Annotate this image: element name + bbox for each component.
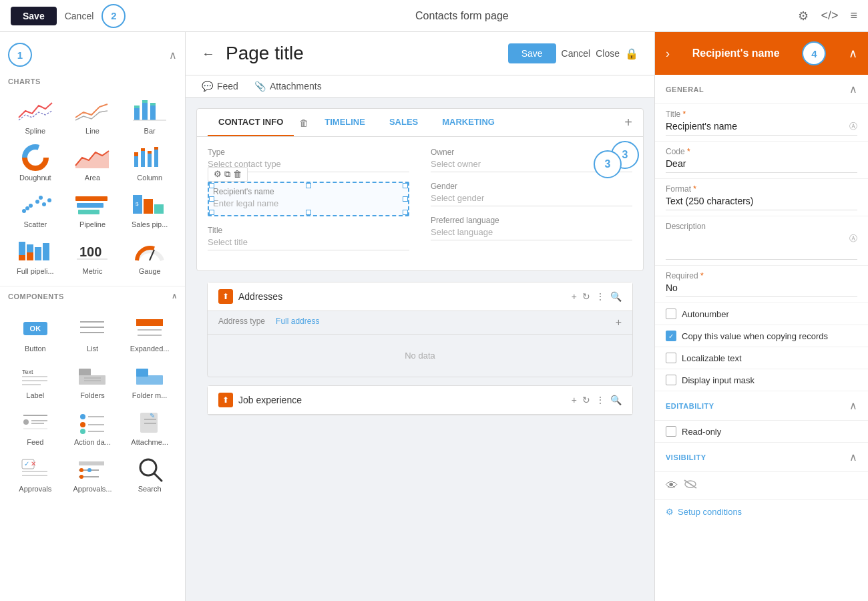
chart-area[interactable]: Area: [65, 140, 120, 184]
settings-icon[interactable]: ⚙: [798, 9, 809, 23]
component-expanded[interactable]: Expanded...: [122, 311, 177, 355]
title-value[interactable]: Select title: [208, 237, 409, 250]
chart-salespip[interactable]: $ Sales pip...: [122, 187, 177, 231]
field-delete-icon[interactable]: 🗑: [233, 169, 242, 180]
localizable-label: Localizable text: [682, 353, 742, 363]
chart-column[interactable]: Column: [122, 140, 177, 184]
addresses-add-icon[interactable]: +: [572, 291, 577, 302]
display-mask-checkbox[interactable]: [666, 375, 676, 385]
setup-conditions-button[interactable]: ⚙ Setup conditions: [655, 499, 868, 524]
lock-icon[interactable]: 🔒: [625, 47, 638, 60]
rp-code-value[interactable]: Dear: [666, 158, 857, 173]
chart-spline[interactable]: Spline: [8, 93, 63, 138]
component-folderm[interactable]: ✕ Folder m...: [122, 358, 177, 402]
tab-sales[interactable]: SALES: [379, 109, 429, 136]
page-cancel-button[interactable]: Cancel: [562, 48, 591, 59]
page-save-button[interactable]: Save: [508, 43, 556, 63]
localizable-checkbox[interactable]: [666, 353, 676, 363]
page-close-button[interactable]: Close: [596, 48, 620, 59]
type-label: Type: [208, 148, 409, 157]
addresses-search-icon[interactable]: 🔍: [610, 291, 622, 302]
addresses-more-icon[interactable]: ⋮: [596, 291, 605, 302]
address-add-row[interactable]: +: [616, 317, 622, 329]
translate-icon-desc[interactable]: Ⓐ: [849, 233, 857, 244]
component-list[interactable]: List: [65, 311, 120, 355]
tab-marketing[interactable]: MARKETING: [431, 109, 505, 136]
cancel-button[interactable]: Cancel: [65, 11, 94, 21]
component-search[interactable]: Search: [122, 451, 177, 495]
right-panel-collapse-arrow[interactable]: ›: [666, 47, 670, 61]
component-approvals[interactable]: ✓ ✕ Approvals: [8, 451, 63, 495]
page-title: Page title: [226, 43, 497, 64]
chart-line[interactable]: Line: [65, 93, 120, 138]
autonumber-checkbox[interactable]: [666, 309, 676, 319]
chart-pipeline-label: Pipeline: [79, 220, 105, 228]
chart-bar[interactable]: Bar: [122, 93, 177, 138]
right-panel-collapse-btn[interactable]: ∧: [849, 46, 857, 61]
field-copy-icon[interactable]: ⧉: [224, 169, 230, 180]
chart-fullpipe[interactable]: Full pipeli...: [8, 234, 63, 278]
job-add-icon[interactable]: +: [572, 395, 577, 405]
chart-metric[interactable]: 100 Metric: [65, 234, 120, 278]
resize-handle-ml[interactable]: [209, 196, 214, 202]
rp-required-value[interactable]: No: [666, 282, 857, 297]
svg-rect-16: [148, 151, 152, 154]
component-folders[interactable]: Folders: [65, 358, 120, 402]
code-icon[interactable]: </>: [821, 9, 838, 23]
rp-title-value[interactable]: Recipient's name Ⓐ: [666, 121, 857, 136]
copy-value-checkbox[interactable]: ✓: [666, 331, 676, 341]
general-collapse-btn[interactable]: ∧: [849, 83, 857, 95]
recipient-field[interactable]: Recipient's name Enter legal name: [208, 182, 409, 216]
chart-gauge[interactable]: Gauge: [122, 234, 177, 278]
rp-format-value[interactable]: Text (250 characters): [666, 196, 857, 210]
tab-trash-icon[interactable]: 🗑: [296, 118, 311, 128]
visibility-collapse-btn[interactable]: ∧: [849, 451, 857, 463]
job-refresh-icon[interactable]: ↻: [582, 395, 590, 405]
top-bar: Save Cancel 2 Contacts form page ⚙ </> ≡: [0, 0, 868, 32]
component-actionda[interactable]: Action da...: [65, 405, 120, 449]
rp-format-label: Format: [666, 184, 857, 194]
attachments-button[interactable]: 📎 Attachments: [254, 81, 322, 91]
chart-pipeline[interactable]: Pipeline: [65, 187, 120, 231]
addresses-refresh-icon[interactable]: ↻: [582, 291, 590, 302]
svg-rect-26: [75, 196, 107, 201]
translate-icon-title[interactable]: Ⓐ: [849, 121, 857, 132]
component-button[interactable]: OK Button: [8, 311, 63, 355]
rp-description-label: Description: [666, 222, 857, 231]
job-more-icon[interactable]: ⋮: [596, 395, 605, 405]
svg-rect-53: [79, 375, 105, 385]
component-approvals2[interactable]: Approvals...: [65, 451, 120, 495]
feed-button[interactable]: 💬 Feed: [202, 81, 238, 91]
component-attachme[interactable]: ✎ Attachme...: [122, 405, 177, 449]
tab-contact-info[interactable]: CONTACT INFO: [208, 109, 294, 136]
resize-handle-br[interactable]: [403, 210, 408, 215]
chart-doughnut[interactable]: Doughnut: [8, 140, 63, 184]
save-button[interactable]: Save: [11, 7, 57, 25]
component-feed[interactable]: Feed: [8, 405, 63, 449]
resize-handle-bm[interactable]: [306, 210, 311, 215]
resize-handle-tm[interactable]: [306, 183, 311, 188]
visibility-hide-icon[interactable]: [683, 479, 698, 493]
back-button[interactable]: ←: [202, 46, 215, 61]
job-search-icon[interactable]: 🔍: [610, 395, 622, 405]
pref-lang-value[interactable]: Select language: [431, 227, 632, 240]
chart-salespip-label: Sales pip...: [132, 220, 168, 228]
resize-handle-tr[interactable]: [403, 183, 408, 188]
component-label[interactable]: Text Label: [8, 358, 63, 402]
collapse-icon[interactable]: ∧: [169, 49, 177, 61]
resize-handle-tl[interactable]: [209, 183, 214, 188]
tab-bar-actions: +: [624, 115, 632, 130]
visibility-show-icon[interactable]: 👁: [666, 479, 678, 493]
resize-handle-mr[interactable]: [403, 196, 408, 202]
tab-timeline[interactable]: TIMELINE: [314, 109, 376, 136]
readonly-checkbox[interactable]: [666, 426, 676, 437]
gender-value[interactable]: Select gender: [431, 193, 632, 206]
rp-description-value[interactable]: Ⓐ: [666, 233, 857, 260]
chart-scatter[interactable]: Scatter: [8, 187, 63, 231]
components-collapse[interactable]: ∧: [172, 292, 178, 300]
resize-handle-bl[interactable]: [209, 210, 214, 215]
tab-add-button[interactable]: +: [624, 115, 632, 130]
editability-collapse-btn[interactable]: ∧: [849, 399, 857, 412]
field-settings-icon[interactable]: ⚙: [214, 169, 222, 180]
menu-icon[interactable]: ≡: [850, 9, 857, 23]
